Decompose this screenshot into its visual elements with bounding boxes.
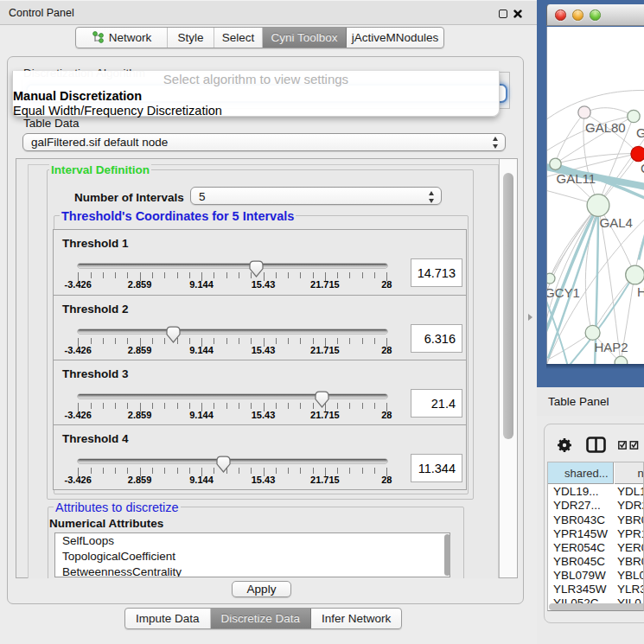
svg-text:GA: GA — [636, 125, 644, 140]
svg-text:HAP2: HAP2 — [595, 340, 628, 354]
svg-text:GAL4: GAL4 — [600, 215, 633, 230]
svg-text:GAL80: GAL80 — [585, 120, 626, 135]
svg-text:GCY1: GCY1 — [547, 285, 580, 300]
svg-text:HA: HA — [637, 284, 644, 299]
svg-text:GAL11: GAL11 — [557, 171, 596, 186]
svg-text:CY: CY — [641, 161, 644, 175]
